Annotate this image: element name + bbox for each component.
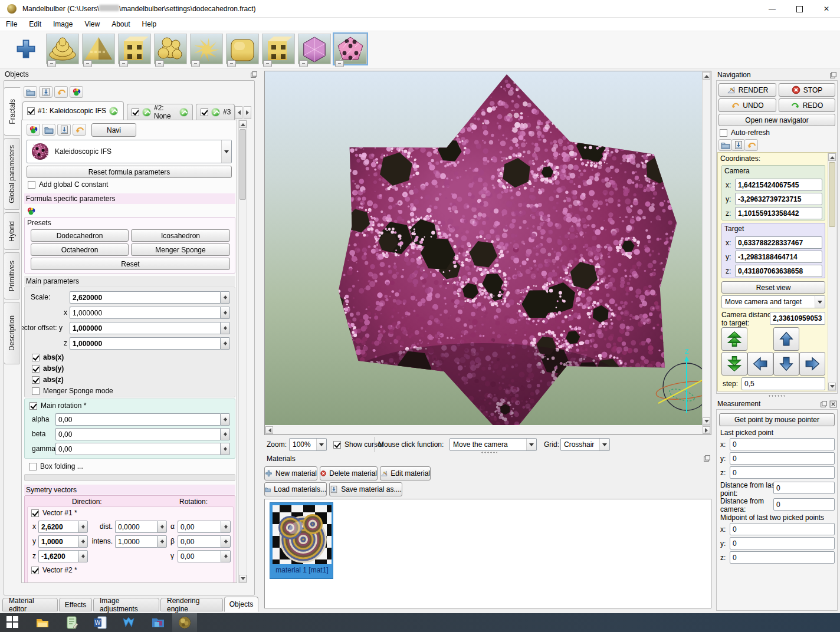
edit-material-button[interactable]: Edit material (380, 466, 431, 480)
insert-formula-icon[interactable] (211, 108, 220, 117)
tab-hybrid[interactable]: Hybrid (4, 212, 19, 250)
abs-y-checkbox[interactable] (32, 365, 40, 373)
dock-tab-effects[interactable]: Effects (59, 598, 92, 611)
mandelbulber-taskbar-icon[interactable] (178, 615, 192, 630)
camera-distance-input[interactable] (770, 312, 825, 325)
abs-z-row[interactable]: abs(z) (32, 376, 64, 384)
v1-beta-input[interactable] (178, 535, 221, 548)
menu-file[interactable]: File (0, 18, 23, 30)
maximize-button[interactable] (786, 0, 813, 18)
remove-preset-button[interactable]: – (83, 60, 92, 67)
move-down-button[interactable] (773, 352, 799, 376)
camera-z-input[interactable] (735, 207, 822, 219)
v1x-spinbox[interactable] (38, 521, 88, 533)
formula-save-icon[interactable] (57, 124, 71, 136)
menger-mode-checkbox[interactable] (32, 387, 40, 395)
materials-float-icon[interactable] (703, 455, 711, 462)
abs-z-checkbox[interactable] (32, 376, 40, 384)
gamma-input[interactable] (55, 443, 220, 455)
remove-preset-button[interactable]: – (191, 60, 200, 67)
menu-image[interactable]: Image (47, 18, 78, 30)
render-vscroll[interactable] (702, 71, 711, 426)
offset-y-input[interactable] (70, 322, 220, 334)
measurement-close-icon[interactable] (829, 400, 837, 408)
render-scroll-down[interactable] (703, 417, 710, 425)
navi-button[interactable]: Navi (91, 123, 136, 137)
preset-dodecahedron-ifs[interactable]: – (334, 34, 367, 64)
render-scroll-left[interactable] (265, 426, 273, 434)
zoom-combo[interactable]: 100% (289, 438, 327, 451)
coords-scroll-down[interactable] (828, 383, 836, 390)
collapsed-group[interactable] (24, 474, 235, 481)
notepad-icon[interactable] (65, 615, 79, 630)
formula-randomize-icon[interactable] (27, 124, 40, 136)
fractals-scrollbar[interactable] (238, 120, 247, 583)
formula-tab-1[interactable]: #1: Kaleidoscopic IFS (22, 101, 124, 120)
preset-dodecahedron-button[interactable]: Dodecahedron (31, 229, 129, 242)
insert-formula-icon[interactable] (142, 108, 151, 117)
preset-menger-variant[interactable]: – (262, 34, 295, 64)
vector1-row[interactable]: Vector #1 * (31, 509, 77, 517)
v1-gamma-spinbox[interactable] (178, 550, 231, 562)
preset-ifs-spikes[interactable]: – (190, 34, 223, 64)
offset-x-spin-buttons[interactable] (220, 307, 230, 319)
new-material-button[interactable]: New material (264, 466, 317, 480)
offset-x-input[interactable] (70, 307, 220, 319)
v1-intens-input[interactable] (115, 535, 157, 548)
midpoint-x-input[interactable] (730, 523, 835, 535)
picked-y-input[interactable] (730, 452, 835, 465)
move-right-button[interactable] (799, 352, 825, 376)
formula-select[interactable]: Kaleidoscopic IFS (27, 140, 232, 163)
offset-y-spinbox[interactable] (70, 322, 230, 334)
target-z-input[interactable] (735, 265, 822, 277)
insert-formula-icon[interactable] (109, 107, 118, 116)
formula-tab-2[interactable]: #2: None (127, 104, 193, 120)
dock-tab-material-editor[interactable]: Material editor (2, 598, 58, 611)
blue-w-app-icon[interactable] (122, 615, 136, 630)
alpha-spinbox[interactable] (55, 413, 230, 426)
preset-icosahedron-button[interactable]: Icosahedron (131, 229, 230, 242)
undo-fractals-icon[interactable] (54, 86, 68, 98)
material-item[interactable]: material 1 [mat1] (270, 502, 333, 579)
objects-float-icon[interactable] (250, 71, 258, 78)
camera-x-input[interactable] (735, 179, 822, 191)
start-button[interactable] (6, 615, 20, 630)
move-forward-button[interactable] (721, 327, 747, 351)
scroll-up-arrow[interactable] (239, 120, 247, 128)
v1x-input[interactable] (38, 521, 78, 533)
abs-x-checkbox[interactable] (32, 354, 40, 361)
midpoint-z-input[interactable] (730, 551, 835, 564)
preset-rounded-box[interactable]: – (226, 34, 259, 64)
distance-last-input[interactable] (773, 482, 835, 494)
show-cursor-row[interactable]: Show cursor (333, 440, 384, 449)
box-folding-checkbox[interactable] (29, 463, 37, 470)
scrollbar-thumb[interactable] (239, 129, 246, 200)
vector1-checkbox[interactable] (31, 509, 39, 517)
v1-gamma-input[interactable] (178, 550, 221, 562)
v1y-input[interactable] (38, 535, 78, 548)
save-material-as-button[interactable]: Save material as.... (329, 482, 402, 496)
word-icon[interactable]: W (93, 615, 107, 630)
remove-preset-button[interactable]: – (227, 60, 236, 67)
save-fractals-icon[interactable] (39, 86, 52, 98)
beta-spin-buttons[interactable] (220, 428, 230, 440)
redo-button[interactable]: REDO (779, 98, 835, 112)
auto-refresh-checkbox[interactable] (720, 129, 727, 137)
camera-y-input[interactable] (735, 193, 822, 205)
tab-fractals[interactable]: Fractals (4, 87, 21, 136)
load-fractals-icon[interactable] (24, 86, 37, 98)
formula-load-icon[interactable] (42, 124, 55, 136)
open-new-navigator-button[interactable]: Open new navigator (718, 114, 835, 126)
main-rotation-row[interactable]: Main rotation * (29, 401, 86, 410)
dock-tab-rendering-engine[interactable]: Rendering engine (160, 598, 223, 611)
midpoint-y-input[interactable] (730, 537, 835, 549)
beta-input[interactable] (55, 428, 220, 440)
remove-preset-button[interactable]: – (335, 60, 344, 67)
render-hscroll[interactable] (265, 426, 711, 434)
offset-z-input[interactable] (70, 337, 220, 350)
move-left-button[interactable] (747, 352, 773, 376)
minimize-button[interactable]: — (759, 0, 786, 18)
render-scroll-up[interactable] (703, 72, 710, 80)
preset-menger-sponge-button[interactable]: Menger Sponge (131, 243, 230, 256)
preset-menger-cube[interactable]: – (118, 34, 151, 64)
